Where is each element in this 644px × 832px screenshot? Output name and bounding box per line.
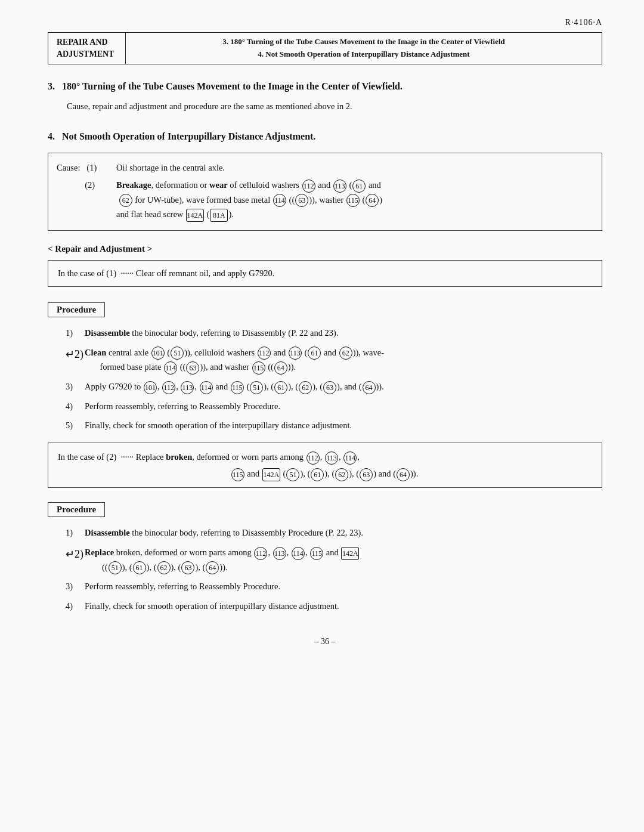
step-1-5-num: 5): [66, 418, 85, 433]
s2-cn-113: 113: [273, 547, 286, 560]
page-number: – 36 –: [48, 637, 602, 647]
c2-cn-142a: 142A: [262, 468, 280, 481]
s3-cn-62: 62: [299, 381, 312, 394]
step-2-1-content: Disassemble the binocular body, referrin…: [85, 525, 602, 540]
section-4: 4. Not Smooth Operation of Interpupillar…: [48, 131, 602, 231]
case2-box: In the case of (2) ······ Replace broken…: [48, 443, 602, 488]
procedure-2-box: Procedure: [48, 502, 105, 517]
repair-adjustment-section: < Repair and Adjustment > In the case of…: [48, 244, 602, 614]
step-2-1: 1) Disassemble the binocular body, refer…: [66, 525, 602, 540]
step-1-1-num: 1): [66, 326, 85, 341]
step-1-2-arrow: ↵2): [66, 345, 85, 364]
cn-63: 63: [295, 194, 308, 207]
section-3-number: 3.: [48, 81, 60, 91]
cn-81a: 81A: [210, 209, 228, 222]
s2-cn-142a: 142A: [341, 547, 359, 560]
page-ref: R·4106·A: [565, 18, 602, 27]
s2-cn-112: 112: [254, 547, 267, 560]
step-1-3: 3) Apply G7920 to 101, 112, 113, 114 and…: [66, 379, 602, 394]
cn-112: 112: [302, 180, 315, 193]
step-1-5: 5) Finally, check for smooth operation o…: [66, 418, 602, 433]
c2-cn-51: 51: [286, 468, 299, 481]
section-3-title: 180° Turning of the Tube Causes Movement…: [62, 81, 402, 91]
s1-cn-115: 115: [252, 361, 265, 375]
c2-cn-114: 114: [343, 451, 357, 465]
step-1-4: 4) Perform reassembly, referring to Reas…: [66, 399, 602, 414]
s3-cn-51: 51: [250, 381, 263, 394]
s3-cn-61: 61: [274, 381, 287, 394]
s3-cn-114: 114: [200, 381, 213, 394]
header-right-line1: 3. 180° Turning of the Tube Causes Movem…: [135, 36, 592, 48]
cn-114: 114: [273, 194, 286, 207]
procedure-1-label: Procedure: [57, 305, 96, 314]
s1-cn-51: 51: [171, 347, 184, 360]
page-header: R·4106·A: [48, 18, 602, 27]
cause-label-2: (2): [57, 178, 116, 193]
c2-cn-61: 61: [311, 468, 324, 481]
step-1-4-content: Perform reassembly, referring to Reassem…: [85, 399, 602, 414]
step-1-2: ↵2) Clean central axle 101 (51)), cellul…: [66, 345, 602, 375]
step-2-1-num: 1): [66, 525, 85, 540]
case1-text: In the case of (1) ······ Clear off remn…: [58, 268, 274, 278]
steps-1: 1) Disassemble the binocular body, refer…: [66, 326, 602, 433]
step-2-2-arrow: ↵2): [66, 545, 85, 564]
step-2-4-num: 4): [66, 599, 85, 614]
cause-row-1: Cause: (1) Oil shortage in the central a…: [57, 160, 591, 175]
step-1-2-content: Clean central axle 101 (51)), celluloid …: [85, 345, 602, 375]
s2-cn-64: 64: [206, 561, 219, 574]
header-bar: REPAIR AND ADJUSTMENT 3. 180° Turning of…: [48, 32, 602, 64]
s2-cn-62: 62: [157, 561, 171, 574]
cause-text-2: Breakage, deformation or wear of cellulo…: [116, 178, 591, 222]
step-2-3: 3) Perform reassembly, referring to Reas…: [66, 579, 602, 594]
step-1-4-num: 4): [66, 399, 85, 414]
repair-heading: < Repair and Adjustment >: [48, 244, 602, 254]
step-2-2: ↵2) Replace broken, deformed or worn par…: [66, 545, 602, 574]
s1-cn-63: 63: [186, 361, 199, 375]
case1-info-box: In the case of (1) ······ Clear off remn…: [48, 260, 602, 287]
cause-text-1: Oil shortage in the central axle.: [116, 160, 591, 175]
cn-142a: 142A: [186, 209, 204, 222]
cn-61a: 61: [352, 180, 366, 193]
cause-row-2: (2) Breakage, deformation or wear of cel…: [57, 178, 591, 222]
s1-cn-112: 112: [258, 347, 271, 360]
s3-cn-115: 115: [231, 381, 244, 394]
step-2-2-content: Replace broken, deformed or worn parts a…: [85, 545, 602, 574]
section-3: 3. 180° Turning of the Tube Causes Movem…: [48, 81, 602, 114]
s1-cn-62: 62: [339, 347, 352, 360]
cn-64: 64: [366, 194, 379, 207]
step-2-4-content: Finally, check for smooth operation of i…: [85, 599, 602, 614]
section-3-body: Cause, repair and adjustment and procedu…: [67, 99, 602, 114]
s2-cn-115: 115: [310, 547, 323, 560]
procedure-1-box: Procedure: [48, 302, 105, 317]
step-1-5-content: Finally, check for smooth operation of t…: [85, 418, 602, 433]
s1-cn-113: 113: [289, 347, 302, 360]
steps-2: 1) Disassemble the binocular body, refer…: [66, 525, 602, 613]
header-right-line2: 4. Not Smooth Operation of Interpupillar…: [135, 48, 592, 61]
s3-cn-64: 64: [363, 381, 376, 394]
cn-113: 113: [333, 180, 346, 193]
case2-line2: 115 and 142A (51), (61), (62), (63) and …: [58, 466, 591, 481]
s1-cn-61: 61: [308, 347, 321, 360]
section-4-title: Not Smooth Operation of Interpupillary D…: [62, 131, 315, 141]
step-1-3-num: 3): [66, 379, 85, 394]
c2-cn-113: 113: [325, 451, 338, 465]
step-2-4: 4) Finally, check for smooth operation o…: [66, 599, 602, 614]
cn-62: 62: [119, 194, 132, 207]
cause-box: Cause: (1) Oil shortage in the central a…: [48, 153, 602, 231]
c2-cn-62: 62: [335, 468, 348, 481]
header-adjustment: ADJUSTMENT: [57, 48, 117, 60]
s3-cn-113: 113: [181, 381, 194, 394]
c2-cn-115: 115: [231, 468, 244, 481]
step-2-3-content: Perform reassembly, referring to Reassem…: [85, 579, 602, 594]
step-1-1: 1) Disassemble the binocular body, refer…: [66, 326, 602, 341]
s2-cn-114: 114: [292, 547, 305, 560]
section-3-heading: 3. 180° Turning of the Tube Causes Movem…: [48, 81, 602, 92]
s2-cn-61: 61: [133, 561, 146, 574]
header-left: REPAIR AND ADJUSTMENT: [48, 33, 126, 64]
section-4-heading: 4. Not Smooth Operation of Interpupillar…: [48, 131, 602, 142]
cn-115: 115: [346, 194, 360, 207]
header-repair: REPAIR AND: [57, 36, 117, 48]
section-4-number: 4.: [48, 131, 60, 141]
s1-cn-101: 101: [151, 347, 165, 360]
c2-cn-112: 112: [306, 451, 320, 465]
